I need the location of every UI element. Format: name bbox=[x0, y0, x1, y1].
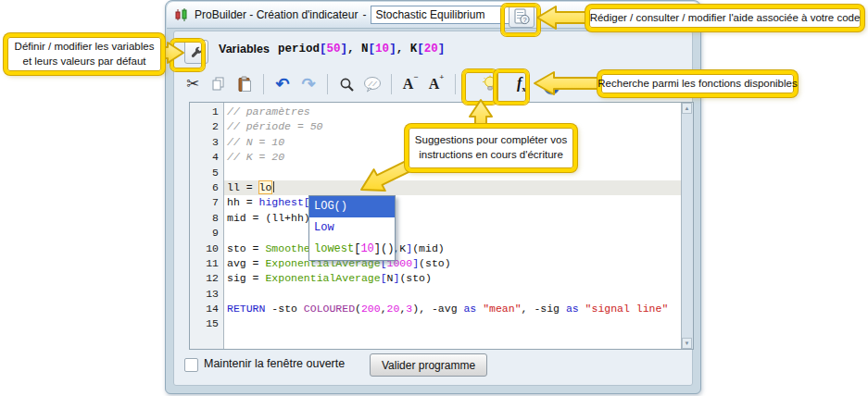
validate-program-button[interactable]: Valider programme bbox=[370, 353, 487, 377]
font-increase-button[interactable]: A+ bbox=[425, 72, 447, 96]
code-token: 10 bbox=[360, 242, 373, 255]
redo-button[interactable]: ↷ bbox=[297, 72, 320, 96]
code-token: LOG() bbox=[314, 200, 347, 213]
code-token: RETURN bbox=[227, 303, 265, 315]
line-number: 8 bbox=[190, 211, 223, 226]
copy-button[interactable] bbox=[208, 72, 230, 96]
line-number: 15 bbox=[190, 316, 223, 331]
line-number: 10 bbox=[190, 241, 223, 256]
toolbar-separator bbox=[391, 74, 392, 94]
code-token: [ bbox=[381, 272, 387, 284]
code-token: 200 bbox=[361, 303, 381, 315]
code-token: sig = bbox=[227, 272, 265, 284]
fx-highlight-box bbox=[494, 69, 529, 105]
line-number: 12 bbox=[190, 271, 223, 286]
code-token: ] bbox=[341, 43, 348, 56]
line-number: 3 bbox=[190, 135, 223, 150]
editor-footer: Maintenir la fenêtre ouverte Valider pro… bbox=[174, 353, 692, 381]
font-increase-icon: A+ bbox=[429, 76, 445, 93]
code-line[interactable]: sto = SmoothedStochastic[N,K](mid) bbox=[224, 241, 681, 256]
code-token: // paramètres bbox=[227, 105, 310, 118]
code-line[interactable] bbox=[224, 316, 681, 331]
code-token: (sto) bbox=[419, 257, 451, 269]
undo-button[interactable]: ↶ bbox=[271, 72, 294, 96]
code-token: [ bbox=[417, 43, 424, 56]
code-token: ] bbox=[438, 43, 446, 56]
code-token: , -sig bbox=[522, 303, 566, 315]
autocomplete-item[interactable]: LOG() bbox=[309, 196, 395, 217]
autocomplete-item[interactable]: lowest[10]() bbox=[309, 239, 395, 260]
line-number: 13 bbox=[190, 287, 223, 302]
code-token: // période = 50 bbox=[227, 120, 323, 132]
line-number: 2 bbox=[190, 119, 223, 134]
paste-button[interactable] bbox=[233, 72, 256, 96]
line-number: 14 bbox=[190, 302, 223, 316]
code-token: COLOURED bbox=[304, 303, 355, 315]
code-token: N bbox=[361, 43, 369, 56]
code-token: (sto) bbox=[399, 272, 432, 284]
code-token: sto = bbox=[227, 242, 265, 254]
callout-suggestions: Suggestions pour compléter vos instructi… bbox=[405, 124, 577, 172]
callout-define-variables: Définir / modifier les variables et leur… bbox=[4, 33, 165, 75]
code-token: lo bbox=[259, 181, 272, 193]
code-token: "signal line" bbox=[585, 303, 669, 315]
code-line[interactable]: sig = ExponentialAverage[N](sto) bbox=[224, 271, 681, 286]
code-token: , -avg bbox=[419, 303, 463, 315]
code-token: (mid) bbox=[412, 242, 445, 254]
scroll-up-arrow-icon[interactable]: ▲ bbox=[682, 103, 692, 114]
code-line[interactable]: RETURN -sto COLOURED(200,20,3), -avg as … bbox=[224, 302, 681, 316]
code-token: () bbox=[381, 242, 394, 255]
line-number-gutter: 123456789101112131415 bbox=[190, 103, 224, 349]
code-token: 20 bbox=[387, 303, 400, 315]
callout-help-doc: Rédiger / consulter / modifier l'aide as… bbox=[585, 5, 864, 31]
code-line[interactable] bbox=[224, 226, 681, 241]
code-token: // N = 10 bbox=[227, 136, 284, 148]
code-token: ExponentialAverage bbox=[265, 272, 380, 284]
code-line[interactable]: ll = lo bbox=[224, 180, 681, 195]
scroll-down-arrow-icon[interactable]: ▼ bbox=[682, 338, 692, 349]
font-decrease-icon: A− bbox=[403, 76, 419, 93]
line-number: 4 bbox=[190, 150, 223, 165]
redo-icon: ↷ bbox=[301, 76, 315, 93]
line-number: 9 bbox=[190, 226, 223, 241]
code-line[interactable]: mid = (ll+hh)/2 bbox=[224, 211, 681, 226]
vertical-scrollbar[interactable]: ▲ ▼ bbox=[681, 103, 693, 349]
code-token: 50 bbox=[327, 43, 341, 56]
search-button[interactable] bbox=[335, 72, 358, 96]
autocomplete-dropdown: LOG()Lowlowest[10]() bbox=[308, 195, 396, 261]
code-token: hh = bbox=[227, 196, 259, 208]
lightbulb-highlight-box bbox=[462, 69, 497, 105]
help-button-highlight-box bbox=[501, 4, 540, 36]
title-separator: - bbox=[362, 8, 366, 21]
code-line[interactable]: hh = highest[period](high) bbox=[224, 195, 681, 210]
autocomplete-item[interactable]: Low bbox=[309, 217, 395, 239]
code-token: Low bbox=[314, 221, 334, 234]
cut-button[interactable]: ✂ bbox=[182, 72, 204, 96]
wrench-button-highlight-box bbox=[170, 39, 205, 71]
code-token: as bbox=[566, 303, 579, 315]
code-token: ( bbox=[355, 303, 361, 315]
comment-bubble-icon: // bbox=[362, 76, 383, 93]
screenshot-root: { "colors": { "accent_yellow": "#ffd700"… bbox=[0, 0, 868, 396]
insert-button[interactable] bbox=[540, 74, 562, 98]
code-line[interactable]: // paramètres bbox=[224, 105, 681, 119]
text-caret bbox=[273, 181, 274, 192]
code-token: [ bbox=[369, 43, 376, 56]
toolbar-separator bbox=[455, 74, 456, 94]
line-number: 6 bbox=[190, 180, 223, 195]
line-number: 5 bbox=[190, 166, 223, 180]
toolbar-separator bbox=[263, 74, 264, 94]
code-token: 10 bbox=[375, 43, 389, 56]
code-line[interactable] bbox=[224, 287, 681, 302]
comment-button[interactable]: // bbox=[361, 72, 384, 96]
undo-icon: ↶ bbox=[275, 76, 289, 93]
font-decrease-button[interactable]: A− bbox=[399, 72, 421, 96]
code-token: ll = bbox=[227, 181, 259, 193]
keep-window-open-checkbox[interactable] bbox=[184, 358, 198, 372]
magnifier-icon bbox=[339, 77, 355, 93]
toolbar-separator bbox=[327, 74, 328, 94]
callout-function-search: Recherche parmi les fonctions disponible… bbox=[598, 70, 798, 97]
sphere-arrow-icon bbox=[543, 78, 560, 95]
code-token: as bbox=[463, 303, 476, 315]
code-line[interactable]: avg = ExponentialAverage[1000](sto) bbox=[224, 256, 681, 271]
